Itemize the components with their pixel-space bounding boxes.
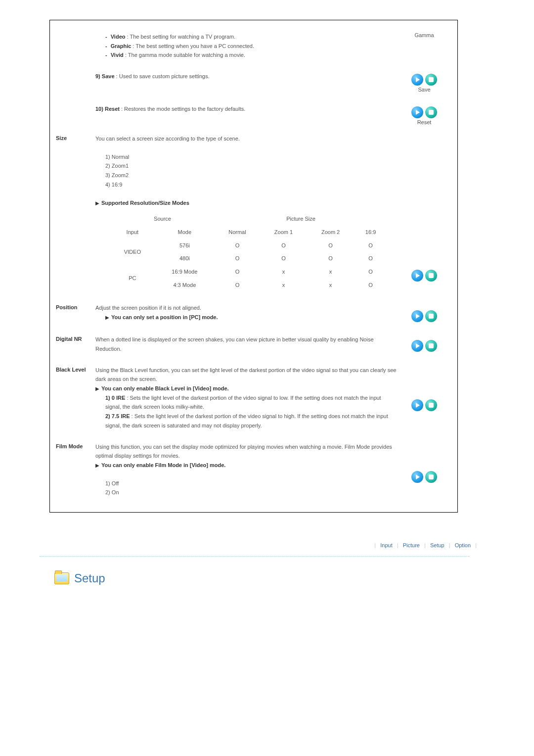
size-item: 1) Normal [105,152,397,162]
stop-icon[interactable] [425,310,437,322]
save-row: 9) Save : Used to save custom picture se… [56,72,446,93]
save-caption: Save [402,87,446,93]
blacklevel-note: ▶You can only enable Black Level in [Vid… [95,384,397,393]
td: O [307,239,354,252]
size-item: 2) Zoom1 [105,161,397,171]
position-title: Position [56,303,95,310]
reset-text: 10) Reset : Restores the mode settings t… [95,104,402,114]
td-mode: 4:3 Mode [155,279,215,292]
position-icons [411,310,437,322]
gamma-vivid-desc: : The gamma mode suitable for watching a… [124,52,245,58]
th-input: Input [110,226,155,239]
play-icon[interactable] [411,399,423,411]
save-label: 9) Save [95,73,115,79]
bottom-nav: | Input | Picture | Setup | Option | [40,542,480,548]
gamma-label: Gamma [402,32,446,38]
stop-icon[interactable] [425,471,437,483]
td: O [215,265,260,279]
td: O [354,239,387,252]
td: O [215,252,260,265]
td: O [354,265,387,279]
td-mode: 16:9 Mode [155,265,215,279]
nav-picture[interactable]: Picture [403,542,420,548]
size-items: 1) Normal 2) Zoom1 3) Zoom2 4) 16:9 [105,152,397,189]
reset-row: 10) Reset : Restores the mode settings t… [56,104,446,125]
filmmode-desc: Using this function, you can set the dis… [95,442,397,461]
position-row: Position Adjust the screen position if i… [56,303,446,323]
nav-setup[interactable]: Setup [430,542,445,548]
ire0: 1) 0 IRE : Sets the light level of the d… [105,393,397,412]
setup-header: Setup [54,571,534,585]
filmmode-opt1: 1) Off [105,479,397,488]
gamma-content: - Video : The best setting for watching … [95,32,402,60]
td: O [354,279,387,292]
size-row: Size You can select a screen size accord… [56,134,446,291]
save-text: 9) Save : Used to save custom picture se… [95,72,402,81]
save-desc: : Used to save custom picture settings. [115,73,210,79]
filmmode-opt2: 2) On [105,488,397,497]
td: x [260,265,307,279]
reset-label: 10) Reset [95,106,120,112]
setup-text: Setup [74,571,105,585]
td: O [215,279,260,292]
gamma-graphic: - Graphic : The best setting when you ha… [105,42,397,51]
digitalnr-row: Digital NR When a dotted line is display… [56,335,446,353]
filmmode-title: Film Mode [56,442,95,449]
play-icon[interactable] [411,74,423,86]
play-icon[interactable] [411,106,423,118]
td: O [215,239,260,252]
td: x [307,279,354,292]
td: O [260,252,307,265]
position-desc: Adjust the screen position if it is not … [95,303,397,313]
th-mode: Mode [155,226,215,239]
td: x [307,265,354,279]
stop-icon[interactable] [425,270,437,282]
gamma-video: - Video : The best setting for watching … [105,32,397,42]
filmmode-row: Film Mode Using this function, you can s… [56,442,446,497]
size-item: 4) 16:9 [105,180,397,189]
digitalnr-desc: When a dotted line is displayed or the s… [95,335,402,353]
position-note: ▶You can only set a position in [PC] mod… [105,313,397,322]
th-picture: Picture Size [215,212,387,226]
td-mode: 576i [155,239,215,252]
gamma-vivid-term: Vivid [111,52,124,58]
gamma-graphic-desc: : The best setting when you have a PC co… [131,43,254,49]
size-icons [411,270,437,282]
blacklevel-title: Black Level [56,366,95,373]
save-icons [411,74,437,86]
td-input-video: VIDEO [110,239,155,265]
reset-caption: Reset [402,119,446,125]
size-title: Size [56,134,95,141]
size-item: 3) Zoom2 [105,171,397,180]
td: O [307,252,354,265]
play-icon[interactable] [411,310,423,322]
stop-icon[interactable] [425,106,437,118]
resolution-table: Source Picture Size Input Mode Normal Zo… [110,212,387,291]
divider [40,556,470,557]
th-normal: Normal [215,226,260,239]
blacklevel-desc: Using the Black Level function, you can … [95,366,397,384]
filmmode-note: ▶You can only enable Film Mode in [Video… [95,461,397,470]
digitalnr-icons [411,340,437,352]
reset-desc: : Restores the mode settings to the fact… [120,106,245,112]
play-icon[interactable] [411,270,423,282]
play-icon[interactable] [411,471,423,483]
th-169: 16:9 [354,226,387,239]
size-desc: You can select a screen size according t… [95,134,397,143]
gamma-video-desc: : The best setting for watching a TV pro… [126,34,236,40]
nav-input[interactable]: Input [380,542,392,548]
stop-icon[interactable] [425,74,437,86]
nav-option[interactable]: Option [455,542,471,548]
stop-icon[interactable] [425,340,437,352]
gamma-video-term: Video [111,34,126,40]
th-z2: Zoom 2 [307,226,354,239]
td: O [260,239,307,252]
play-icon[interactable] [411,340,423,352]
th-source: Source [110,212,215,226]
td-mode: 480i [155,252,215,265]
content-panel: - Video : The best setting for watching … [49,20,458,513]
blacklevel-icons [411,399,437,411]
gamma-vivid: - Vivid : The gamma mode suitable for wa… [105,50,397,60]
stop-icon[interactable] [425,399,437,411]
td: x [260,279,307,292]
